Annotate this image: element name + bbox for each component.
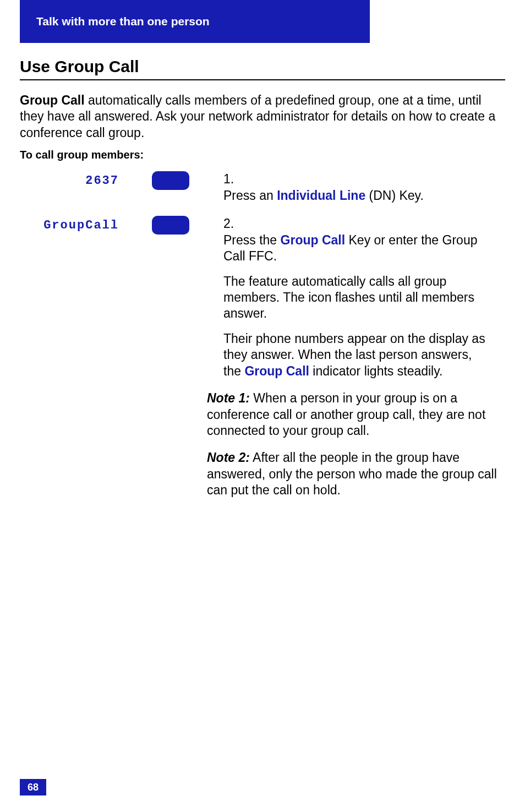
intro-bold: Group Call (20, 93, 85, 107)
line-key-icon (152, 171, 189, 190)
note-block: Note 2: After all the people in the grou… (207, 450, 505, 498)
individual-line-label: Individual Line (277, 188, 365, 203)
subhead: To call group members: (20, 149, 505, 161)
text: (DN) Key. (365, 188, 424, 203)
header-title: Talk with more than one person (36, 15, 210, 28)
note-block: Note 1: When a person in your group is o… (207, 390, 505, 439)
group-call-label: Group Call (281, 233, 346, 247)
page-content: Use Group Call Group Call automatically … (20, 57, 505, 511)
note: Note 2: After all the people in the grou… (207, 450, 505, 498)
note-label: Note 2: (207, 450, 250, 465)
dn-key-label: 2637 (42, 174, 119, 188)
note-label: Note 1: (207, 391, 250, 405)
group-call-label: Group Call (244, 364, 309, 378)
text: indicator lights steadily. (309, 364, 442, 378)
step-text: 1. Press an Individual Line (DN) Key. (223, 171, 505, 204)
step-row: 2637 1. Press an Individual Line (DN) Ke… (20, 171, 505, 204)
note-text: After all the people in the group have a… (207, 450, 497, 497)
step-number: 1. (223, 171, 240, 187)
page-number: 68 (20, 779, 46, 795)
text: Press the (223, 233, 281, 247)
step-row: GroupCall 2. Press the Group Call Key or… (20, 216, 505, 499)
step-text: 2. Press the Group Call Key or enter the… (223, 216, 505, 499)
intro-rest: automatically calls members of a predefi… (20, 93, 495, 140)
step-number: 2. (223, 216, 240, 232)
step-para: The feature automatically calls all grou… (223, 274, 485, 322)
key-illustration: GroupCall (20, 216, 223, 235)
intro-paragraph: Group Call automatically calls members o… (20, 92, 505, 141)
step-body: Press the Group Call Key or enter the Gr… (223, 232, 485, 380)
section-heading: Use Group Call (20, 57, 505, 80)
step-body: Press an Individual Line (DN) Key. (223, 188, 485, 204)
step-para: Their phone numbers appear on the displa… (223, 331, 485, 379)
page-header: Talk with more than one person (20, 0, 370, 43)
text: Press an (223, 188, 277, 203)
note: Note 1: When a person in your group is o… (207, 390, 505, 439)
key-illustration: 2637 (20, 171, 223, 190)
group-call-key-icon (152, 216, 189, 235)
groupcall-key-label: GroupCall (42, 219, 119, 232)
